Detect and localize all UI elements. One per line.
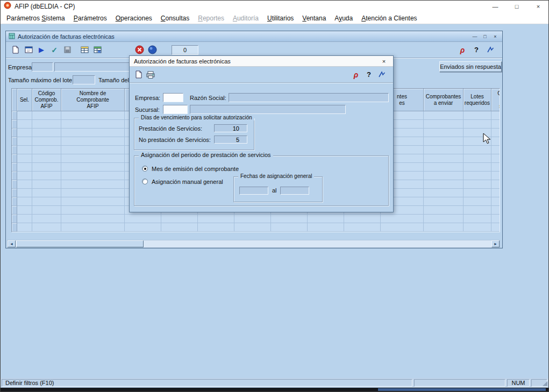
- table-view-button[interactable]: [78, 44, 91, 56]
- column-header-1[interactable]: CódigoComprob.AFIP: [32, 89, 61, 111]
- run-button[interactable]: ▶: [35, 44, 48, 56]
- help-button[interactable]: ?: [470, 44, 483, 56]
- table-export-button[interactable]: [91, 44, 104, 56]
- h-scrollbar[interactable]: ◄ ►: [7, 240, 500, 248]
- menu-item-5[interactable]: Auditoría: [229, 13, 263, 23]
- status-message: Definir filtros (F10): [2, 379, 412, 387]
- menu-item-3[interactable]: Consultas: [156, 13, 194, 23]
- printer-icon: [146, 71, 155, 79]
- function-keys-icon: [377, 71, 386, 79]
- column-header-2[interactable]: Nombre deComprobanteAFIP: [61, 89, 125, 111]
- dialog-titlebar: Autorización de facturas electrónicas ×: [130, 56, 393, 67]
- dialog-function-keys-button[interactable]: [376, 69, 388, 81]
- window-controls: — □ ×: [484, 0, 549, 12]
- lote-label: Tamaño máximo del lote:: [8, 77, 74, 83]
- minimize-button[interactable]: —: [484, 0, 506, 12]
- app-titlebar: AFIP (dbELDIA - CP) — □ ×: [0, 0, 549, 12]
- menu-item-6[interactable]: Utilitarios: [263, 13, 298, 23]
- status-panel-2: [414, 379, 505, 387]
- asignacion-group: Asignación del periodo de prestación de …: [134, 155, 389, 206]
- dialog-razon-field[interactable]: [229, 93, 389, 102]
- child-title: Autorización de facturas electrónicas: [18, 33, 115, 40]
- save-button[interactable]: [61, 44, 74, 56]
- enviados-button[interactable]: Enviados sin respuesta: [439, 61, 502, 72]
- empresa-code-field[interactable]: [32, 62, 53, 72]
- fechas-group: Fechas de asignación general al: [233, 176, 323, 202]
- no-prestacion-value-field[interactable]: 5: [214, 136, 247, 144]
- menu-item-9[interactable]: Atención a Clientes: [357, 13, 421, 23]
- radio-mes-emision[interactable]: [142, 166, 148, 172]
- mdi-area: Autorización de facturas electrónicas — …: [0, 24, 549, 378]
- lote2-label: Tamaño del: [98, 77, 129, 83]
- dialog-razon-label: Razón Social:: [190, 95, 226, 101]
- cancel-button[interactable]: [133, 44, 146, 56]
- close-button[interactable]: ×: [527, 0, 549, 12]
- child-maximize-button[interactable]: □: [481, 33, 489, 40]
- column-header-13[interactable]: Comprobaenviadosin respu: [491, 89, 500, 111]
- scroll-thumb[interactable]: [16, 240, 144, 247]
- dialog-sucursal-input[interactable]: [163, 105, 188, 114]
- dialog-sucursal-label: Sucursal:: [135, 106, 160, 113]
- confirm-button[interactable]: ✓: [48, 44, 61, 56]
- scroll-left-icon[interactable]: ◄: [8, 240, 16, 247]
- radio-mes-label: Mes de emisión del comprobante: [152, 166, 239, 172]
- menu-item-8[interactable]: Ayuda: [330, 13, 357, 23]
- check-icon: ✓: [51, 46, 58, 54]
- new-document-button[interactable]: [9, 44, 22, 56]
- window-bottom-edge: [0, 388, 549, 392]
- disk-icon: [64, 46, 71, 53]
- dialog-sucursal-name-field[interactable]: [190, 105, 346, 114]
- menu-item-0[interactable]: Parámetros Sistema: [2, 13, 69, 23]
- dialog-help-button[interactable]: ?: [363, 69, 375, 81]
- child-minimize-button[interactable]: —: [470, 33, 479, 40]
- child-titlebar: Autorización de facturas electrónicas — …: [6, 31, 502, 42]
- sphere-icon: [148, 45, 157, 54]
- dialog-window: Autorización de facturas electrónicas × …: [129, 55, 394, 212]
- column-header-0[interactable]: Sel.: [17, 89, 32, 111]
- child-close-button[interactable]: ×: [491, 33, 500, 40]
- column-header-11[interactable]: Comprobantesa enviar: [424, 89, 464, 111]
- help-icon: ?: [367, 70, 371, 79]
- radio-manual[interactable]: [142, 179, 148, 184]
- app-window: AFIP (dbELDIA - CP) — □ × Parámetros Sis…: [0, 0, 549, 392]
- edit-properties-button[interactable]: [22, 44, 35, 56]
- grid-row-13[interactable]: [12, 223, 500, 232]
- form-icon: [25, 46, 33, 53]
- asignacion-group-title: Asignación del periodo de prestación de …: [139, 152, 273, 158]
- help-icon: ?: [474, 46, 479, 54]
- lote-counter-field[interactable]: 0: [172, 45, 198, 55]
- info-button[interactable]: [146, 44, 159, 56]
- fechas-group-title: Fechas de asignación general: [238, 173, 314, 179]
- dialog-print-button[interactable]: [145, 69, 156, 81]
- dialog-filter-button[interactable]: ρ: [350, 69, 362, 81]
- cancel-icon: [135, 45, 144, 54]
- al-label: al: [272, 187, 277, 194]
- dialog-new-button[interactable]: [133, 69, 145, 81]
- run-icon: ▶: [39, 46, 44, 54]
- menu-item-7[interactable]: Ventana: [298, 13, 330, 23]
- menu-item-1[interactable]: Parámetros: [69, 13, 111, 23]
- fecha-desde-field[interactable]: [239, 187, 268, 195]
- num-lock-indicator: NUM: [507, 379, 530, 387]
- radio-manual-label: Asignación manual general: [152, 179, 223, 185]
- page-icon: [135, 70, 142, 79]
- filter-icon: ρ: [460, 46, 465, 54]
- filter-button[interactable]: ρ: [456, 44, 469, 56]
- dialog-close-button[interactable]: ×: [379, 57, 389, 66]
- vencimiento-group: Días de vencimiento para solicitar autor…: [134, 118, 254, 150]
- grid-row-12[interactable]: [12, 215, 500, 223]
- fecha-hasta-field[interactable]: [280, 187, 309, 195]
- grid-corner: [12, 89, 17, 111]
- table-icon: [81, 46, 89, 53]
- dialog-empresa-input[interactable]: [163, 93, 183, 102]
- menu-item-2[interactable]: Operaciones: [111, 13, 156, 23]
- dialog-empresa-label: Empresa:: [135, 95, 160, 101]
- scroll-right-icon[interactable]: ►: [491, 240, 500, 247]
- function-keys-button[interactable]: [484, 44, 497, 56]
- maximize-button[interactable]: □: [506, 0, 527, 12]
- prestacion-value-field[interactable]: 10: [214, 124, 247, 132]
- menu-item-4[interactable]: Reportes: [194, 13, 229, 23]
- column-header-12[interactable]: Lotesrequeridos: [464, 89, 491, 111]
- lote-size-field[interactable]: [73, 75, 95, 84]
- resize-grip[interactable]: [543, 381, 547, 386]
